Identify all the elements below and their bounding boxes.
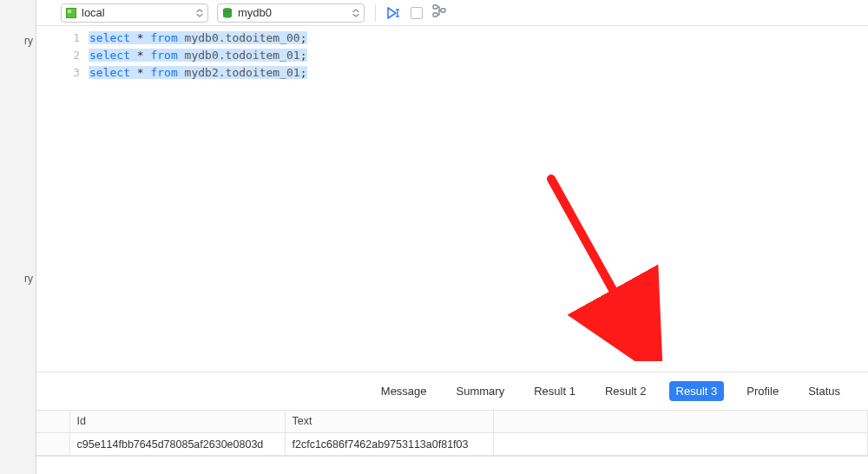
code-line: select * from mydb0.todoitem_01; xyxy=(89,47,868,64)
sidebar-label-2: ry xyxy=(24,273,33,285)
database-icon xyxy=(221,7,233,19)
stop-button[interactable] xyxy=(411,7,423,19)
cell-empty xyxy=(493,433,868,456)
chevron-updown-icon xyxy=(352,9,360,17)
column-header-id[interactable]: Id xyxy=(69,411,285,433)
column-header-text[interactable]: Text xyxy=(285,411,493,433)
server-dropdown[interactable]: local xyxy=(61,3,208,23)
tab-result-3[interactable]: Result 3 xyxy=(669,381,725,401)
table-header-row: Id Text xyxy=(36,411,868,433)
editor-gutter: 1 2 3 xyxy=(36,30,89,372)
svg-rect-3 xyxy=(441,9,445,12)
tab-message[interactable]: Message xyxy=(374,381,434,401)
chevron-updown-icon xyxy=(195,9,204,17)
column-header-empty xyxy=(493,411,868,433)
tab-profile[interactable]: Profile xyxy=(740,381,786,401)
toolbar: local mydb0 xyxy=(36,0,868,26)
server-dropdown-label: local xyxy=(82,6,195,19)
svg-rect-4 xyxy=(433,13,437,16)
row-header[interactable] xyxy=(36,433,69,456)
explain-plan-button[interactable] xyxy=(431,4,447,21)
result-tabs: Message Summary Result 1 Result 2 Result… xyxy=(36,372,868,410)
svg-rect-2 xyxy=(433,5,437,9)
tab-summary[interactable]: Summary xyxy=(450,381,512,401)
code-line: select * from mydb0.todoitem_00; xyxy=(89,30,868,47)
code-line: select * from mydb2.todoitem_01; xyxy=(89,64,868,82)
cell-id[interactable]: c95e114fbb7645d78085af2630e0803d xyxy=(69,433,285,456)
editor-code[interactable]: select * from mydb0.todoitem_00; select … xyxy=(89,30,868,372)
tab-result-1[interactable]: Result 1 xyxy=(527,381,582,401)
table-row[interactable]: c95e114fbb7645d78085af2630e0803d f2cfc1c… xyxy=(36,433,868,456)
sidebar: ry ry xyxy=(0,0,36,474)
tab-status[interactable]: Status xyxy=(801,381,847,401)
sidebar-label-1: ry xyxy=(24,35,33,47)
server-icon xyxy=(65,7,77,19)
sql-editor[interactable]: 1 2 3 select * from mydb0.todoitem_00; s… xyxy=(36,26,868,372)
cell-text[interactable]: f2cfc1c686f7462ab9753113a0f81f03 xyxy=(285,433,493,456)
database-dropdown[interactable]: mydb0 xyxy=(217,3,365,23)
result-table: Id Text c95e114fbb7645d78085af2630e0803d… xyxy=(36,410,868,458)
tab-result-2[interactable]: Result 2 xyxy=(598,381,654,401)
database-dropdown-label: mydb0 xyxy=(238,6,352,19)
row-header-corner xyxy=(36,411,69,433)
run-button[interactable] xyxy=(386,6,402,20)
